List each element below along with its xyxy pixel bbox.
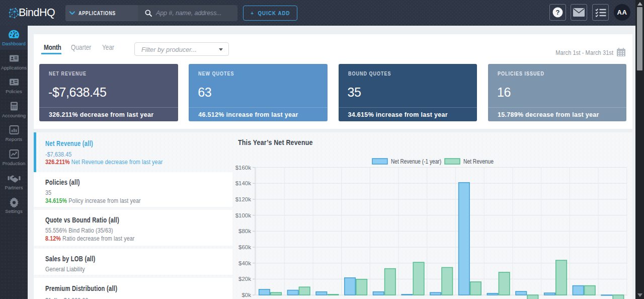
svg-text:$20k: $20k <box>238 276 251 282</box>
svg-text:$40k: $40k <box>238 260 251 266</box>
svg-text:$120k: $120k <box>235 196 252 202</box>
svg-text:$140k: $140k <box>235 180 252 186</box>
svg-text:$100k: $100k <box>235 212 252 218</box>
svg-text:?: ? <box>556 9 560 16</box>
svg-text:$60k: $60k <box>238 244 251 250</box>
svg-text:$160k: $160k <box>235 165 252 171</box>
svg-text:Net Revenue (-1 year): Net Revenue (-1 year) <box>391 158 441 165</box>
svg-text:$80k: $80k <box>238 228 251 234</box>
svg-text:$0k: $0k <box>242 292 251 298</box>
svg-text:Net Revenue: Net Revenue <box>463 158 494 165</box>
